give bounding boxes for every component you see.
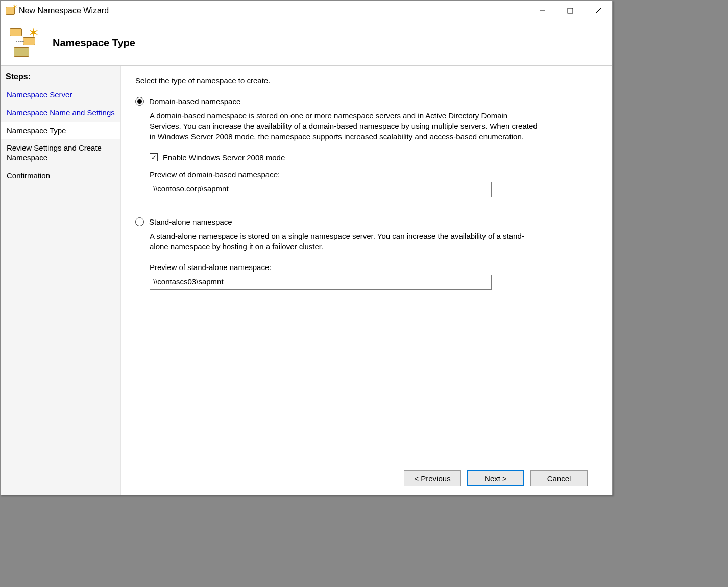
radio-label: Stand-alone namespace [149, 217, 232, 226]
wizard-window: New Namespace Wizard ✶ Namespace Type St… [0, 0, 613, 495]
domain-preview-label: Preview of domain-based namespace: [150, 170, 598, 179]
minimize-button[interactable] [528, 1, 556, 21]
step-namespace-type[interactable]: Namespace Type [1, 122, 120, 140]
button-label: Next > [484, 474, 507, 483]
button-label: Cancel [547, 474, 571, 483]
window-controls [528, 1, 612, 21]
button-label: < Previous [414, 474, 450, 483]
maximize-button[interactable] [556, 1, 584, 21]
step-confirmation: Confirmation [1, 167, 120, 185]
step-label: Namespace Type [7, 126, 66, 135]
standalone-preview-value: \\contascs03\sapmnt [150, 275, 492, 290]
step-namespace-name-settings[interactable]: Namespace Name and Settings [1, 104, 120, 122]
cancel-button[interactable]: Cancel [530, 470, 588, 486]
wizard-title-icon [6, 7, 15, 15]
steps-sidebar: Steps: Namespace Server Namespace Name a… [1, 66, 121, 495]
close-icon [595, 8, 601, 14]
content-inner: Select the type of namespace to create. … [135, 76, 598, 462]
header-band: ✶ Namespace Type [1, 21, 612, 66]
step-label: Namespace Server [7, 90, 72, 99]
step-review-create: Review Settings and Create Namespace [1, 139, 120, 167]
window-title: New Namespace Wizard [19, 6, 109, 15]
svg-rect-1 [568, 8, 573, 13]
standalone-preview-label: Preview of stand-alone namespace: [150, 263, 598, 272]
radio-label: Domain-based namespace [149, 97, 240, 106]
option-stand-alone[interactable]: Stand-alone namespace [135, 217, 598, 226]
radio-domain-based[interactable] [135, 97, 144, 106]
content-pane: Select the type of namespace to create. … [121, 66, 612, 495]
step-label: Review Settings and Create Namespace [7, 143, 102, 162]
page-title: Namespace Type [53, 37, 135, 49]
titlebar: New Namespace Wizard [1, 1, 612, 21]
steps-heading: Steps: [1, 70, 120, 86]
option-domain-based[interactable]: Domain-based namespace [135, 97, 598, 106]
option-stand-alone-description: A stand-alone namespace is stored on a s… [150, 231, 538, 252]
checkbox-label: Enable Windows Server 2008 mode [163, 153, 285, 162]
wizard-icon: ✶ [7, 27, 42, 60]
domain-preview-value: \\contoso.corp\sapmnt [150, 182, 492, 197]
step-namespace-server[interactable]: Namespace Server [1, 86, 120, 104]
step-label: Confirmation [7, 171, 50, 180]
maximize-icon [567, 8, 573, 14]
step-label: Namespace Name and Settings [7, 108, 115, 117]
option-domain-based-description: A domain-based namespace is stored on on… [150, 111, 538, 142]
minimize-icon [539, 8, 545, 14]
enable-2008-mode[interactable]: Enable Windows Server 2008 mode [150, 153, 598, 162]
wizard-body: Steps: Namespace Server Namespace Name a… [1, 66, 612, 495]
wizard-footer: < Previous Next > Cancel [135, 462, 598, 495]
next-button[interactable]: Next > [467, 470, 524, 486]
checkbox-2008-mode[interactable] [150, 153, 158, 161]
radio-stand-alone[interactable] [135, 217, 144, 226]
close-button[interactable] [584, 1, 612, 21]
instruction-text: Select the type of namespace to create. [135, 76, 598, 85]
previous-button[interactable]: < Previous [404, 470, 461, 486]
